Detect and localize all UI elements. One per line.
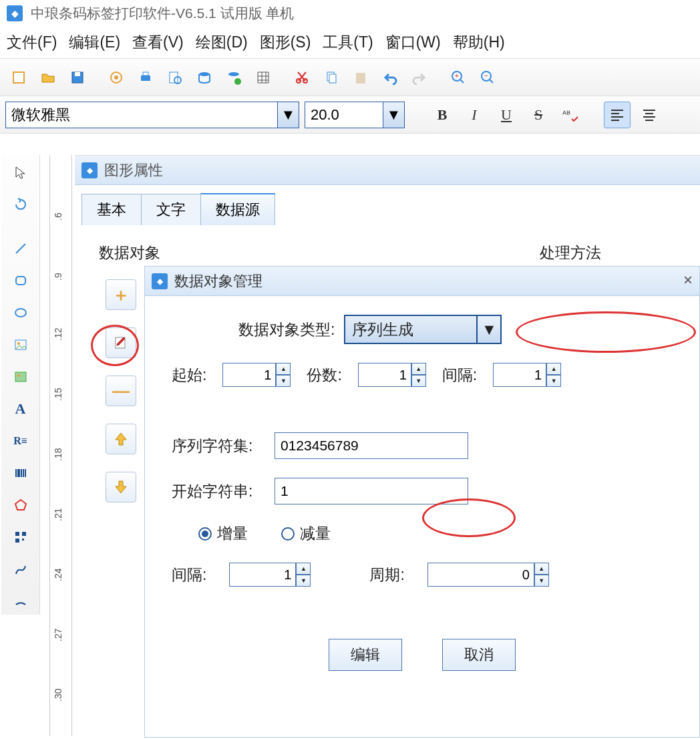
tab-text[interactable]: 文字 (141, 194, 201, 225)
chevron-down-icon[interactable]: ▼ (277, 102, 299, 128)
svg-point-10 (228, 72, 239, 76)
paste-button[interactable] (347, 64, 374, 91)
picture-tool[interactable] (7, 363, 34, 390)
svg-point-24 (15, 309, 26, 317)
start-input[interactable] (222, 363, 276, 387)
menu-file[interactable]: 文件(F) (7, 32, 57, 53)
rotate-tool[interactable] (7, 191, 34, 218)
menu-edit[interactable]: 编辑(E) (69, 32, 120, 53)
menu-help[interactable]: 帮助(H) (453, 32, 505, 53)
polygon-tool[interactable] (7, 492, 34, 519)
richtext-tool[interactable]: R≡ (7, 428, 34, 454)
chevron-down-icon[interactable]: ▼ (383, 102, 404, 128)
spin-up-icon[interactable]: ▲ (276, 363, 291, 375)
period-spinner[interactable]: ▲▼ (427, 563, 549, 587)
decrement-radio[interactable]: 减量 (281, 523, 331, 544)
new-button[interactable] (5, 64, 32, 91)
fontsize-value: 20.0 (311, 106, 339, 124)
spin-up-icon[interactable]: ▲ (296, 563, 311, 575)
menu-window[interactable]: 窗口(W) (385, 32, 441, 53)
startstr-input[interactable] (275, 478, 468, 504)
svg-rect-6 (143, 72, 148, 76)
zoom-in-button[interactable]: + (445, 64, 472, 91)
menu-draw[interactable]: 绘图(D) (196, 32, 248, 53)
svg-rect-29 (15, 532, 19, 536)
font-combo[interactable]: 微软雅黑 ▼ (5, 102, 299, 128)
movedown-button[interactable] (106, 472, 136, 502)
spellcheck-button[interactable]: ᴬᴮ (557, 102, 584, 128)
spin-up-icon[interactable]: ▲ (411, 363, 426, 375)
image-tool[interactable] (7, 331, 34, 358)
svg-rect-32 (22, 539, 24, 541)
tab-basic[interactable]: 基本 (81, 194, 142, 225)
spin-up-icon[interactable]: ▲ (534, 563, 549, 575)
moveup-button[interactable] (106, 424, 136, 454)
dialog-title[interactable]: ◆ 数据对象管理 × (145, 267, 699, 296)
increment-radio[interactable]: 增量 (198, 523, 248, 544)
interval-spinner[interactable]: ▲▼ (229, 563, 311, 587)
svg-point-26 (17, 342, 20, 345)
start-spinner[interactable]: ▲▼ (222, 363, 291, 387)
menu-shape[interactable]: 图形(S) (260, 32, 311, 53)
svg-point-28 (17, 374, 20, 377)
align-left-button[interactable] (604, 102, 631, 128)
spin-down-icon[interactable]: ▼ (296, 575, 311, 587)
align-center-button[interactable] (636, 102, 663, 128)
svg-rect-0 (13, 72, 24, 83)
menu-tools[interactable]: 工具(T) (323, 32, 373, 53)
database-refresh-button[interactable] (220, 64, 247, 91)
gap-input[interactable] (493, 363, 546, 387)
preview-button[interactable] (162, 64, 188, 91)
radio-icon (198, 527, 212, 541)
underline-button[interactable]: U (493, 102, 520, 128)
database-button[interactable] (191, 64, 218, 91)
zoom-out-button[interactable]: − (474, 64, 501, 91)
remove-button[interactable]: — (106, 376, 136, 406)
type-select[interactable]: 序列生成 ▼ (344, 315, 502, 344)
copies-spinner[interactable]: ▲▼ (358, 363, 426, 387)
tab-datasource[interactable]: 数据源 (200, 193, 275, 225)
spin-down-icon[interactable]: ▼ (534, 575, 549, 587)
text-tool[interactable]: A (7, 396, 34, 422)
svg-text:−: − (484, 72, 488, 80)
pointer-tool[interactable] (7, 159, 34, 186)
charset-input[interactable] (275, 432, 468, 459)
grid-button[interactable] (250, 64, 277, 91)
arc-tool[interactable] (7, 588, 34, 615)
gap-spinner[interactable]: ▲▼ (493, 363, 561, 387)
bold-button[interactable]: B (429, 102, 456, 128)
label-method: 处理方法 (540, 243, 673, 263)
barcode-tool[interactable] (7, 460, 34, 486)
spin-down-icon[interactable]: ▼ (411, 375, 426, 387)
add-button[interactable]: ＋ (106, 279, 136, 310)
edit-button[interactable] (106, 327, 136, 358)
spin-down-icon[interactable]: ▼ (276, 375, 291, 387)
cancel-button[interactable]: 取消 (442, 639, 516, 671)
italic-button[interactable]: I (461, 102, 488, 128)
cut-button[interactable] (289, 64, 315, 91)
period-input[interactable] (427, 563, 534, 587)
undo-button[interactable] (377, 64, 403, 91)
interval-input[interactable] (229, 563, 296, 587)
copies-input[interactable] (358, 363, 411, 387)
print-button[interactable] (132, 64, 159, 91)
qrcode-tool[interactable] (7, 524, 34, 551)
save-button[interactable] (64, 64, 91, 91)
menu-view[interactable]: 查看(V) (132, 32, 184, 53)
settings-button[interactable] (103, 64, 130, 91)
ellipse-tool[interactable] (7, 299, 34, 326)
curve-tool[interactable] (7, 556, 34, 583)
redo-button[interactable] (406, 64, 433, 91)
strike-button[interactable]: S (525, 102, 552, 128)
chevron-down-icon[interactable]: ▼ (476, 316, 500, 343)
fontsize-combo[interactable]: 20.0 ▼ (305, 102, 405, 128)
close-button[interactable]: × (683, 271, 693, 289)
spin-up-icon[interactable]: ▲ (546, 363, 561, 375)
spin-down-icon[interactable]: ▼ (546, 375, 561, 387)
edit-apply-button[interactable]: 编辑 (329, 639, 402, 671)
roundrect-tool[interactable] (7, 267, 34, 294)
open-button[interactable] (35, 64, 61, 91)
dataobj-toolstrip: ＋ — (106, 279, 142, 502)
copy-button[interactable] (318, 64, 345, 91)
line-tool[interactable] (7, 235, 34, 262)
